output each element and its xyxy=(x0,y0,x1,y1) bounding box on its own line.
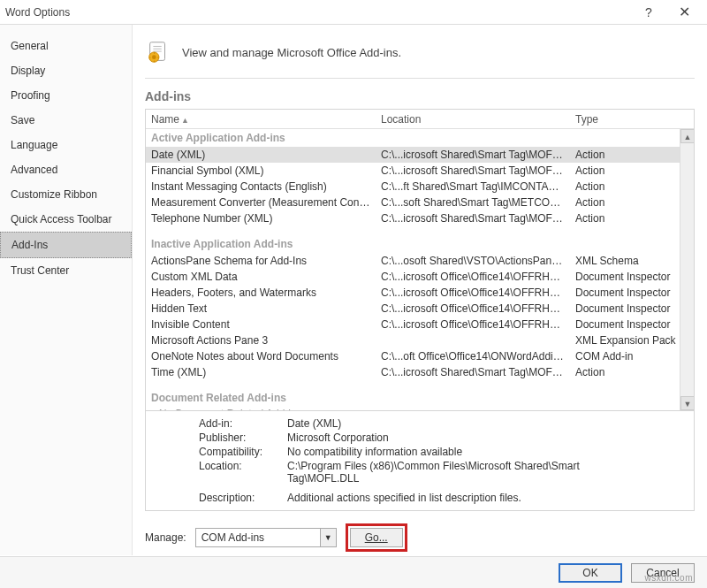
table-row[interactable]: ActionsPane Schema for Add-InsC:\...osof… xyxy=(146,253,694,269)
col-header-type[interactable]: Type xyxy=(570,111,694,128)
table-row[interactable]: Measurement Converter (Measurement Conve… xyxy=(146,195,694,210)
cell-type: Document Inspector xyxy=(570,317,694,332)
sidebar: General Display Proofing Save Language A… xyxy=(0,25,133,555)
cell-type: XML Expansion Pack xyxy=(570,333,694,347)
detail-location-key: Location: xyxy=(199,460,287,485)
cell-name: Headers, Footers, and Watermarks xyxy=(146,286,376,300)
cell-type: COM Add-in xyxy=(570,349,694,363)
cell-location: C:\...icrosoft Office\Office14\OFFRHD.DL… xyxy=(376,286,570,300)
scroll-down-icon[interactable]: ▼ xyxy=(680,396,695,410)
table-row[interactable]: Date (XML)C:\...icrosoft Shared\Smart Ta… xyxy=(146,147,694,163)
cell-location xyxy=(376,333,570,347)
cell-location: C:\...icrosoft Shared\Smart Tag\MOFL.DLL xyxy=(376,365,570,379)
cell-type: Action xyxy=(570,195,694,210)
help-button[interactable]: ? xyxy=(631,5,666,19)
cell-type: Action xyxy=(570,179,694,194)
cell-location: C:\...soft Shared\Smart Tag\METCONV.DLL xyxy=(376,195,570,210)
sidebar-item-display[interactable]: Display xyxy=(0,58,132,83)
addins-table: Name▲ Location Type Active Application A… xyxy=(145,109,695,411)
section-title: Add-ins xyxy=(145,89,695,103)
cell-name: OneNote Notes about Word Documents xyxy=(146,349,376,363)
cell-location: C:\...oft Office\Office14\ONWordAddin.dl… xyxy=(376,349,570,363)
cell-name: Microsoft Actions Pane 3 xyxy=(146,333,376,347)
cell-name: Invisible Content xyxy=(146,317,376,332)
table-row[interactable]: Time (XML)C:\...icrosoft Shared\Smart Ta… xyxy=(146,364,694,380)
sidebar-item-advanced[interactable]: Advanced xyxy=(0,157,132,182)
vertical-scrollbar[interactable]: ▲ ▼ xyxy=(680,129,694,410)
cell-location: C:\...ft Shared\Smart Tag\IMCONTACT.DLL xyxy=(376,179,570,194)
table-row[interactable]: Custom XML DataC:\...icrosoft Office\Off… xyxy=(146,269,694,285)
table-row[interactable]: Microsoft Actions Pane 3XML Expansion Pa… xyxy=(146,332,694,348)
table-row[interactable]: Telephone Number (XML)C:\...icrosoft Sha… xyxy=(146,210,694,226)
cell-name: Custom XML Data xyxy=(146,270,376,284)
table-row[interactable]: OneNote Notes about Word DocumentsC:\...… xyxy=(146,348,694,364)
sidebar-item-customize-ribbon[interactable]: Customize Ribbon xyxy=(0,182,132,207)
page-header: View and manage Microsoft Office Add-ins… xyxy=(145,34,695,79)
table-row[interactable]: Headers, Footers, and WatermarksC:\...ic… xyxy=(146,285,694,301)
cell-type: Action xyxy=(570,148,694,162)
manage-row: Manage: COM Add-ins ▼ Go... xyxy=(145,511,695,552)
table-row[interactable]: Hidden TextC:\...icrosoft Office\Office1… xyxy=(146,301,694,317)
cell-name: Instant Messaging Contacts (English) xyxy=(146,179,376,194)
table-row[interactable]: Instant Messaging Contacts (English)C:\.… xyxy=(146,179,694,195)
detail-location: C:\Program Files (x86)\Common Files\Micr… xyxy=(287,460,641,485)
detail-addin-key: Add-in: xyxy=(199,417,287,430)
cell-name: ActionsPane Schema for Add-Ins xyxy=(146,254,376,268)
svg-point-5 xyxy=(152,55,156,59)
watermark: wsxdn.com xyxy=(644,573,693,583)
go-highlight: Go... xyxy=(346,523,407,552)
cell-type: XML Schema xyxy=(570,254,694,268)
table-header: Name▲ Location Type xyxy=(146,110,694,129)
cell-name: Telephone Number (XML) xyxy=(146,211,376,225)
window-title: Word Options xyxy=(5,6,631,19)
close-button[interactable]: ✕ xyxy=(666,4,702,20)
manage-label: Manage: xyxy=(145,531,186,544)
detail-desc-key: Description: xyxy=(199,492,287,504)
manage-select-value: COM Add-ins xyxy=(196,531,320,544)
sidebar-item-save[interactable]: Save xyxy=(0,108,132,133)
sidebar-item-qat[interactable]: Quick Access Toolbar xyxy=(0,207,132,232)
addin-details: Add-in:Date (XML) Publisher:Microsoft Co… xyxy=(145,411,695,511)
sort-asc-icon: ▲ xyxy=(181,116,189,125)
chevron-down-icon[interactable]: ▼ xyxy=(320,529,336,546)
table-row[interactable]: Invisible ContentC:\...icrosoft Office\O… xyxy=(146,317,694,332)
sidebar-item-addins[interactable]: Add-Ins xyxy=(0,232,132,258)
cell-location: C:\...osoft Shared\VSTO\ActionsPane3.xsd xyxy=(376,254,570,268)
cell-type: Document Inspector xyxy=(570,286,694,300)
col-header-name[interactable]: Name▲ xyxy=(146,111,376,128)
detail-publisher-key: Publisher: xyxy=(199,431,287,444)
cell-location: C:\...icrosoft Office\Office14\OFFRHD.DL… xyxy=(376,270,570,284)
cell-type: Action xyxy=(570,365,694,379)
cell-location: C:\...icrosoft Shared\Smart Tag\MOFL.DLL xyxy=(376,148,570,162)
detail-addin: Date (XML) xyxy=(287,417,641,430)
titlebar: Word Options ? ✕ xyxy=(0,0,707,25)
col-header-location[interactable]: Location xyxy=(376,111,570,128)
page-header-text: View and manage Microsoft Office Add-ins… xyxy=(182,46,401,59)
cell-location: C:\...icrosoft Office\Office14\OFFRHD.DL… xyxy=(376,317,570,332)
sidebar-item-proofing[interactable]: Proofing xyxy=(0,83,132,108)
ok-button[interactable]: OK xyxy=(559,563,622,583)
cell-name: Hidden Text xyxy=(146,302,376,316)
go-button[interactable]: Go... xyxy=(350,528,403,547)
sidebar-item-language[interactable]: Language xyxy=(0,133,132,157)
cell-location: C:\...icrosoft Office\Office14\OFFRHD.DL… xyxy=(376,302,570,316)
cell-type: Action xyxy=(570,211,694,225)
table-body: Active Application Add-insDate (XML)C:\.… xyxy=(146,129,694,410)
cell-type: Action xyxy=(570,164,694,178)
detail-compat-key: Compatibility: xyxy=(199,446,287,458)
cell-type: Document Inspector xyxy=(570,302,694,316)
cell-name: Measurement Converter (Measurement Conve… xyxy=(146,195,376,210)
dialog-footer: OK Cancel xyxy=(0,556,707,588)
sidebar-item-general[interactable]: General xyxy=(0,34,132,58)
group-header: Document Related Add-ins xyxy=(146,389,694,407)
table-row[interactable]: Financial Symbol (XML)C:\...icrosoft Sha… xyxy=(146,163,694,179)
cell-name: Financial Symbol (XML) xyxy=(146,164,376,178)
scroll-up-icon[interactable]: ▲ xyxy=(680,129,695,143)
manage-select[interactable]: COM Add-ins ▼ xyxy=(195,528,337,547)
cell-location: C:\...icrosoft Shared\Smart Tag\MOFL.DLL xyxy=(376,164,570,178)
detail-publisher: Microsoft Corporation xyxy=(287,431,641,444)
group-empty-note: No Document Related Add-ins xyxy=(146,407,694,410)
content-area: View and manage Microsoft Office Add-ins… xyxy=(133,25,707,555)
detail-desc: Additional actions specified in list des… xyxy=(287,492,641,504)
sidebar-item-trust-center[interactable]: Trust Center xyxy=(0,258,132,283)
